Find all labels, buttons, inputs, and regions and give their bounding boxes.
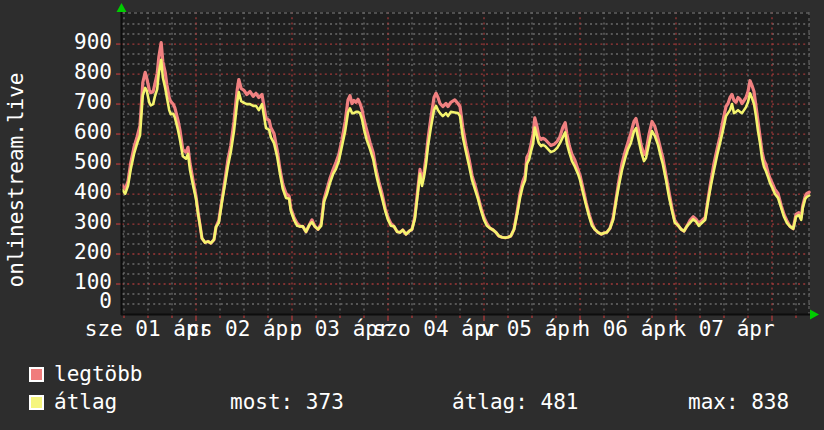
legend-item-legtobb: legtöbb (29, 361, 143, 387)
y-axis-tick-label: 700 (32, 89, 112, 115)
stat-max: max: 838 (688, 389, 789, 415)
y-axis-tick-label: 500 (32, 149, 112, 175)
legend-label-atlag: átlag (54, 389, 117, 415)
y-axis-tick-label: 100 (32, 269, 112, 295)
x-axis-arrow-right (810, 310, 819, 320)
legend-label-legtobb: legtöbb (54, 361, 143, 387)
legend-swatch-atlag (29, 395, 44, 410)
legend-item-atlag: átlag (29, 389, 117, 415)
y-axis-tick-label: 200 (32, 239, 112, 265)
y-axis-tick-label: 900 (32, 29, 112, 55)
left-axis-title: onlinestream.live (4, 73, 28, 288)
legend-swatch-legtobb (29, 367, 44, 382)
y-axis-tick-label: 300 (32, 209, 112, 235)
y-axis-tick-label: 400 (32, 179, 112, 205)
rrd-graph: onlinestream.live 0100200300400500600700… (0, 0, 824, 430)
x-axis-day-label: h 06 ápr (577, 316, 678, 342)
y-axis-tick-label: 600 (32, 119, 112, 145)
plot-background (122, 12, 810, 314)
x-axis-day-label: k 07 ápr (673, 316, 774, 342)
y-axis-arrow-up (117, 3, 127, 12)
x-axis-day-label: cs 02 ápr (187, 316, 301, 342)
stat-atlag: átlag: 481 (452, 389, 578, 415)
x-axis-day-label: v 05 ápr (481, 316, 582, 342)
stat-most: most: 373 (230, 389, 344, 415)
y-axis-tick-label: 800 (32, 59, 112, 85)
x-axis-day-label: szo 04 ápr (373, 316, 499, 342)
